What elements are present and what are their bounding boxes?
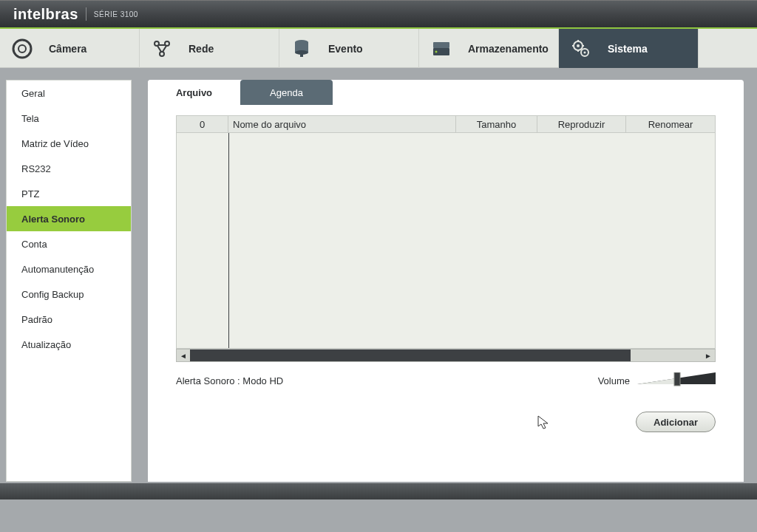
add-button[interactable]: Adicionar	[636, 412, 716, 432]
svg-point-1	[18, 45, 26, 52]
sidebar-item-geral[interactable]: Geral	[7, 81, 131, 106]
app-header: intelbras SÉRIE 3100	[0, 0, 757, 29]
sidebar-item-label: Geral	[21, 88, 45, 99]
sidebar-item-label: Config Backup	[21, 289, 84, 300]
tab-label: Arquivo	[176, 87, 212, 98]
volume-slider-icon[interactable]	[637, 372, 716, 389]
sidebar-item-rs232[interactable]: RS232	[7, 156, 131, 181]
nav-label: Armazenamento	[468, 43, 549, 55]
tabs: Arquivo Agenda	[148, 80, 744, 105]
svg-point-14	[435, 50, 438, 52]
col-rename: Renomear	[626, 116, 715, 132]
brand-divider	[86, 7, 86, 21]
footer-bar	[0, 483, 757, 499]
volume-label: Volume	[598, 375, 630, 386]
col-play: Reproduzir	[537, 116, 626, 132]
main-panel: Arquivo Agenda 0 Nome do arquivo Tamanho…	[148, 80, 744, 482]
nav-camera[interactable]: Câmera	[0, 29, 140, 68]
sidebar-item-conta[interactable]: Conta	[7, 231, 131, 256]
status-row: Alerta Sonoro : Modo HD Volume	[176, 372, 716, 389]
sidebar-item-label: Alerta Sonoro	[21, 214, 85, 225]
main-nav: Câmera Rede Evento	[0, 29, 757, 68]
svg-marker-24	[637, 378, 679, 385]
horizontal-scrollbar[interactable]: ◄ ►	[176, 349, 716, 362]
camera-icon	[10, 37, 34, 61]
col-count: 0	[177, 116, 228, 132]
svg-line-7	[163, 46, 166, 52]
sidebar-item-tela[interactable]: Tela	[7, 106, 131, 131]
series-label: SÉRIE 3100	[94, 10, 138, 18]
svg-point-16	[577, 44, 580, 47]
network-icon	[150, 37, 174, 61]
nav-event[interactable]: Evento	[279, 29, 419, 68]
col-divider	[228, 133, 229, 348]
sidebar-item-label: Tela	[21, 113, 39, 124]
system-icon	[569, 37, 593, 61]
col-size: Tamanho	[456, 116, 537, 132]
sidebar-item-label: Conta	[21, 239, 47, 250]
nav-network[interactable]: Rede	[140, 29, 279, 68]
tab-arquivo[interactable]: Arquivo	[148, 80, 240, 105]
volume-control: Volume	[598, 372, 716, 389]
nav-label: Sistema	[608, 43, 648, 55]
brand-logo: intelbras	[13, 6, 78, 23]
sidebar-item-atualizacao[interactable]: Atualização	[7, 332, 131, 357]
svg-line-6	[157, 46, 161, 52]
sidebar-item-ptz[interactable]: PTZ	[7, 181, 131, 206]
event-icon	[290, 37, 313, 61]
sidebar-item-label: RS232	[21, 163, 51, 174]
sidebar-item-alerta-sonoro[interactable]: Alerta Sonoro	[7, 206, 131, 231]
sidebar-item-label: Automanutenção	[21, 264, 94, 275]
sidebar-item-automanutencao[interactable]: Automanutenção	[7, 256, 131, 282]
table-body	[176, 133, 716, 349]
table-header: 0 Nome do arquivo Tamanho Reproduzir Ren…	[176, 115, 716, 133]
nav-label: Evento	[328, 43, 363, 55]
sidebar-item-matriz[interactable]: Matriz de Vídeo	[7, 131, 131, 156]
nav-label: Câmera	[49, 43, 86, 55]
nav-label: Rede	[189, 43, 214, 55]
svg-point-18	[584, 51, 586, 53]
svg-point-4	[160, 52, 164, 56]
sidebar-item-label: Padrão	[21, 314, 52, 325]
scroll-thumb[interactable]	[631, 349, 702, 361]
sidebar: Geral Tela Matriz de Vídeo RS232 PTZ Ale…	[6, 80, 132, 482]
sidebar-item-config-backup[interactable]: Config Backup	[7, 282, 131, 307]
tab-agenda[interactable]: Agenda	[240, 80, 333, 105]
sidebar-item-label: Matriz de Vídeo	[21, 138, 89, 149]
alerta-mode-label: Alerta Sonoro : Modo HD	[176, 375, 283, 386]
tab-label: Agenda	[270, 87, 303, 98]
scroll-right-icon[interactable]: ►	[702, 349, 715, 361]
sidebar-item-label: Atualização	[21, 339, 71, 350]
storage-icon	[430, 37, 453, 61]
button-label: Adicionar	[654, 417, 698, 428]
scroll-left-icon[interactable]: ◄	[177, 349, 190, 361]
sidebar-item-padrao[interactable]: Padrão	[7, 307, 131, 332]
svg-point-0	[13, 40, 31, 58]
nav-system[interactable]: Sistema	[559, 29, 699, 68]
sidebar-item-label: PTZ	[21, 188, 40, 200]
button-row: Adicionar	[176, 412, 716, 432]
svg-rect-11	[300, 52, 303, 57]
svg-rect-25	[674, 372, 680, 386]
file-table: 0 Nome do arquivo Tamanho Reproduzir Ren…	[176, 115, 716, 362]
scroll-track[interactable]	[190, 349, 702, 361]
col-filename: Nome do arquivo	[228, 116, 456, 132]
svg-rect-13	[433, 42, 449, 48]
content-area: Geral Tela Matriz de Vídeo RS232 PTZ Ale…	[0, 68, 757, 482]
nav-storage[interactable]: Armazenamento	[419, 29, 559, 68]
